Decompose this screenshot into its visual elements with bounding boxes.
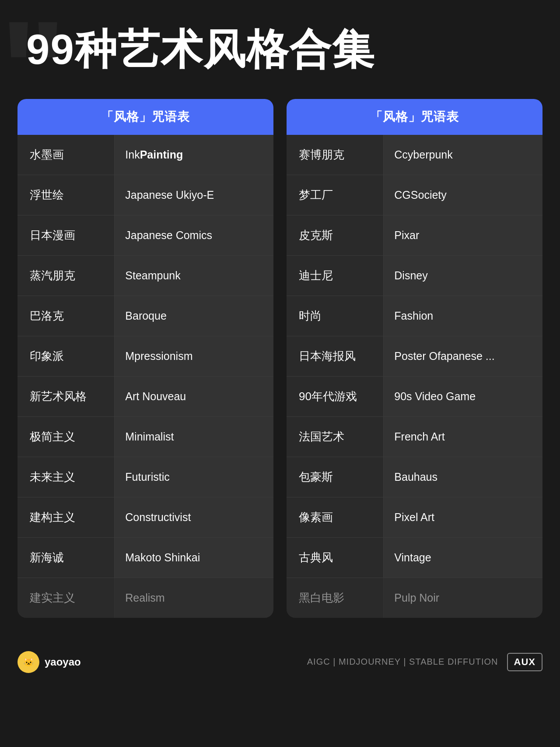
table-row: 赛博朋克Ccyberpunk: [287, 135, 542, 175]
cell-chinese: 新海诚: [18, 538, 115, 578]
footer-username: yaoyao: [45, 656, 81, 668]
table-row: 皮克斯Pixar: [287, 215, 542, 256]
cell-chinese: 法国艺术: [287, 417, 384, 457]
cell-english: Steampunk: [115, 256, 273, 296]
footer-left: 🐱 yaoyao: [18, 651, 81, 673]
table-row: 巴洛克Baroque: [18, 296, 273, 336]
cell-chinese: 迪士尼: [287, 256, 384, 296]
cell-chinese: 印象派: [18, 336, 115, 376]
footer-right: AIGC | MIDJOURNEY | STABLE DIFFUTION AUX: [307, 653, 542, 671]
cell-chinese: 极简主义: [18, 417, 115, 457]
table-row: 水墨画Ink Painting: [18, 135, 273, 175]
tables-container: 「风格」咒语表 水墨画Ink Painting浮世绘Japanese Ukiyo…: [0, 90, 560, 644]
table-row: 蒸汽朋克Steampunk: [18, 256, 273, 296]
cell-chinese: 建实主义: [18, 578, 115, 618]
cell-chinese: 巴洛克: [18, 296, 115, 336]
cell-english: CGSociety: [384, 175, 542, 215]
cell-chinese: 浮世绘: [18, 175, 115, 215]
table-row: 浮世绘Japanese Ukiyo-E: [18, 175, 273, 215]
cell-chinese: 新艺术风格: [18, 377, 115, 416]
cell-english: Japanese Comics: [115, 215, 273, 255]
cell-english: Pulp Noir: [384, 578, 542, 618]
cell-chinese: 水墨画: [18, 135, 115, 175]
left-table-body: 水墨画Ink Painting浮世绘Japanese Ukiyo-E日本漫画Ja…: [18, 135, 273, 618]
cell-english: Ink Painting: [115, 135, 273, 175]
table-row: 像素画Pixel Art: [287, 497, 542, 538]
cell-english: Realism: [115, 578, 273, 618]
cell-english: Bauhaus: [384, 457, 542, 497]
cell-chinese: 日本漫画: [18, 215, 115, 255]
cell-chinese: 包豪斯: [287, 457, 384, 497]
table-row: 梦工厂CGSociety: [287, 175, 542, 215]
cell-english: Minimalist: [115, 417, 273, 457]
table-row: 日本漫画Japanese Comics: [18, 215, 273, 256]
cell-english: Baroque: [115, 296, 273, 336]
cell-chinese: 未来主义: [18, 457, 115, 497]
cell-english: Pixel Art: [384, 497, 542, 537]
cell-chinese: 赛博朋克: [287, 135, 384, 175]
cell-english: Japanese Ukiyo-E: [115, 175, 273, 215]
cell-english: Poster Ofapanese ...: [384, 336, 542, 376]
cell-chinese: 蒸汽朋克: [18, 256, 115, 296]
avatar-emoji: 🐱: [23, 657, 34, 667]
cell-english: Ccyberpunk: [384, 135, 542, 175]
cell-english: Mpressionism: [115, 336, 273, 376]
table-row: 古典风Vintage: [287, 538, 542, 578]
table-row: 新艺术风格Art Nouveau: [18, 377, 273, 417]
table-row: 建实主义Realism: [18, 578, 273, 618]
table-row: 新海诚Makoto Shinkai: [18, 538, 273, 578]
table-row: 法国艺术French Art: [287, 417, 542, 457]
cell-english: French Art: [384, 417, 542, 457]
table-row: 印象派Mpressionism: [18, 336, 273, 377]
cell-chinese: 像素画: [287, 497, 384, 537]
left-table-header: 「风格」咒语表: [18, 99, 273, 135]
table-row: 日本海报风Poster Ofapanese ...: [287, 336, 542, 377]
cell-english: Art Nouveau: [115, 377, 273, 416]
avatar: 🐱: [18, 651, 39, 673]
footer-aigc-label: AIGC | MIDJOURNEY | STABLE DIFFUTION: [307, 657, 498, 667]
cell-english: Disney: [384, 256, 542, 296]
left-table: 「风格」咒语表 水墨画Ink Painting浮世绘Japanese Ukiyo…: [18, 99, 273, 618]
cell-chinese: 皮克斯: [287, 215, 384, 255]
cell-english: 90s Video Game: [384, 377, 542, 416]
cell-english: Futuristic: [115, 457, 273, 497]
right-table-header: 「风格」咒语表: [287, 99, 542, 135]
cell-english: Vintage: [384, 538, 542, 578]
table-row: 极简主义Minimalist: [18, 417, 273, 457]
aux-badge: AUX: [507, 653, 542, 671]
cell-english: Fashion: [384, 296, 542, 336]
table-row: 迪士尼Disney: [287, 256, 542, 296]
cell-chinese: 梦工厂: [287, 175, 384, 215]
cell-chinese: 黑白电影: [287, 578, 384, 618]
right-table-body: 赛博朋克Ccyberpunk梦工厂CGSociety皮克斯Pixar迪士尼Dis…: [287, 135, 542, 618]
table-row: 黑白电影Pulp Noir: [287, 578, 542, 618]
cell-english: Constructivist: [115, 497, 273, 537]
right-table: 「风格」咒语表 赛博朋克Ccyberpunk梦工厂CGSociety皮克斯Pix…: [287, 99, 542, 618]
table-row: 时尚Fashion: [287, 296, 542, 336]
table-row: 建构主义Constructivist: [18, 497, 273, 538]
table-row: 90年代游戏90s Video Game: [287, 377, 542, 417]
cell-english: Makoto Shinkai: [115, 538, 273, 578]
cell-chinese: 建构主义: [18, 497, 115, 537]
cell-chinese: 90年代游戏: [287, 377, 384, 416]
table-row: 未来主义Futuristic: [18, 457, 273, 497]
cell-english: Pixar: [384, 215, 542, 255]
table-row: 包豪斯Bauhaus: [287, 457, 542, 497]
cell-chinese: 时尚: [287, 296, 384, 336]
page-title: 99种艺术风格合集: [0, 0, 560, 90]
cell-chinese: 日本海报风: [287, 336, 384, 376]
cell-chinese: 古典风: [287, 538, 384, 578]
footer: 🐱 yaoyao AIGC | MIDJOURNEY | STABLE DIFF…: [0, 644, 560, 680]
